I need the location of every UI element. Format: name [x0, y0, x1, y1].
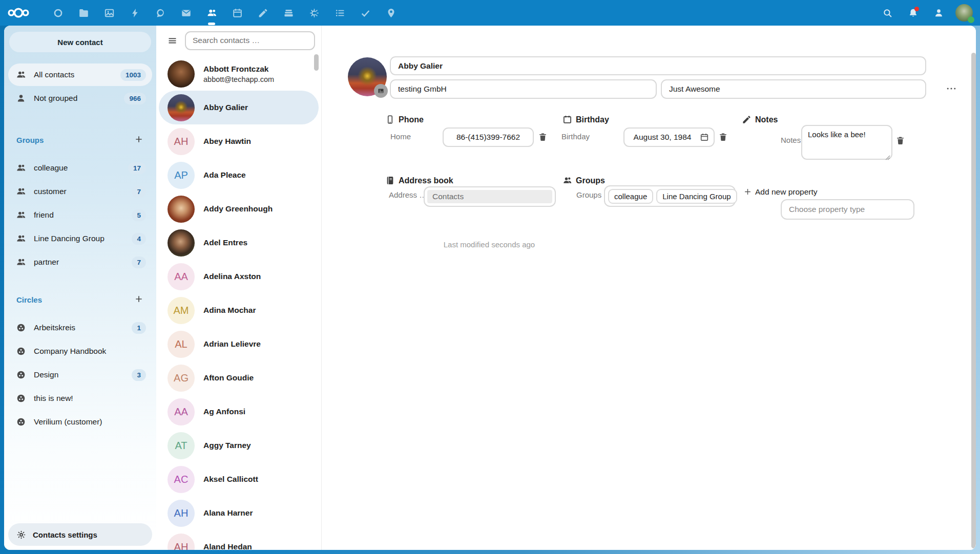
contact-list-item[interactable]: ACAksel Callicott: [159, 462, 319, 496]
addressbook-section-header: Address book: [385, 176, 453, 185]
contact-avatar: AH: [168, 534, 195, 550]
contact-list-item[interactable]: AHAlana Harner: [159, 496, 319, 530]
circle-icon: [16, 417, 26, 427]
list-menu-icon[interactable]: [163, 32, 181, 49]
edit-photo-button[interactable]: [374, 84, 388, 98]
add-new-property-button[interactable]: Add new property: [743, 187, 818, 197]
new-contact-button[interactable]: New contact: [9, 32, 151, 52]
display-name-input[interactable]: [390, 56, 926, 75]
contact-name: Ada Pleace: [203, 170, 246, 180]
search-icon[interactable]: [874, 0, 900, 26]
count-badge: 3: [132, 369, 146, 381]
contact-name: Adelina Axston: [203, 271, 261, 281]
sidebar-item-customer[interactable]: customer7: [8, 180, 152, 203]
app-mail-icon[interactable]: [173, 0, 199, 26]
notifications-icon[interactable]: [900, 0, 926, 26]
contact-list-item[interactable]: Adel Entres: [159, 226, 319, 260]
contact-list-item[interactable]: Addy Greenhough: [159, 192, 319, 226]
contact-list-item[interactable]: AGAfton Goudie: [159, 361, 319, 395]
add-groups-icon[interactable]: [134, 134, 145, 145]
sidebar-item-company-handbook[interactable]: Company Handbook: [8, 340, 152, 363]
groups-select[interactable]: colleagueLine Dancing Group: [604, 185, 736, 207]
sidebar-item-label: colleague: [34, 163, 68, 173]
sidebar-item-not-grouped[interactable]: Not grouped966: [8, 87, 152, 110]
contact-avatar: [168, 229, 195, 257]
sidebar-item-this-is-new-[interactable]: this is new!: [8, 387, 152, 410]
contact-name: Adina Mochar: [203, 305, 256, 315]
search-contacts-input[interactable]: [185, 31, 315, 50]
circle-icon: [16, 370, 26, 380]
delete-notes-icon[interactable]: [895, 136, 905, 145]
people-icon: [562, 176, 572, 185]
sidebar-item-line-dancing-group[interactable]: Line Dancing Group4: [8, 227, 152, 250]
organisation-input[interactable]: [390, 79, 657, 99]
job-title-input[interactable]: [661, 79, 926, 99]
phone-type-label[interactable]: Home: [390, 132, 411, 141]
contacts-settings-button[interactable]: Contacts settings: [8, 523, 152, 546]
sidebar-item-colleague[interactable]: colleague17: [8, 157, 152, 179]
avatar[interactable]: [955, 4, 973, 22]
group-tag[interactable]: Line Dancing Group: [656, 189, 737, 204]
sidebar-item-partner[interactable]: partner7: [8, 251, 152, 273]
birthday-value-input[interactable]: [623, 127, 715, 147]
app-maps-icon[interactable]: [378, 0, 404, 26]
sidebar-item-all-contacts[interactable]: All contacts1003: [8, 63, 152, 86]
app-tasks-icon[interactable]: [352, 0, 378, 26]
contact-list-item[interactable]: AHAbey Hawtin: [159, 124, 319, 158]
addressbook-select[interactable]: Contacts: [424, 186, 556, 207]
list-scrollbar[interactable]: [314, 54, 319, 71]
contact-list-item[interactable]: AAAdelina Axston: [159, 260, 319, 293]
app-calendar-icon[interactable]: [224, 0, 250, 26]
contact-list-item[interactable]: Abby Galier: [159, 91, 319, 124]
groups-section-header: Groups: [562, 176, 605, 185]
people-icon: [16, 233, 26, 244]
birthday-type-label[interactable]: Birthday: [561, 132, 590, 141]
contact-list-item[interactable]: Abbott Frontczakabbott@techapp.com: [159, 57, 319, 91]
sidebar-item-label: partner: [34, 258, 59, 267]
user-menu[interactable]: [951, 0, 977, 26]
nextcloud-logo-icon[interactable]: [0, 0, 37, 26]
contacts-menu-icon[interactable]: [926, 0, 951, 26]
app-notes-icon[interactable]: [250, 0, 276, 26]
topbar: [0, 0, 980, 26]
contact-list-item[interactable]: ALAdrian Lelievre: [159, 327, 319, 361]
contact-name: Aland Hedan: [203, 542, 252, 550]
sidebar-item-label: Not grouped: [34, 94, 77, 103]
contact-list-item[interactable]: AHAland Hedan: [159, 530, 319, 550]
contact-list-item[interactable]: ATAggy Tarney: [159, 429, 319, 462]
app-talk-icon[interactable]: [148, 0, 173, 26]
app-activity-icon[interactable]: [122, 0, 148, 26]
app-contacts-icon[interactable]: [199, 0, 224, 26]
add-circles-icon[interactable]: [134, 294, 145, 305]
count-badge: 17: [128, 162, 146, 174]
choose-property-type-select[interactable]: Choose property type: [781, 199, 914, 220]
delete-phone-icon[interactable]: [538, 132, 548, 142]
app-tasks-list-icon[interactable]: [327, 0, 352, 26]
app-files-icon[interactable]: [71, 0, 96, 26]
contact-list-item[interactable]: APAda Pleace: [159, 158, 319, 192]
contact-list-item[interactable]: AAAg Anfonsi: [159, 395, 319, 429]
sidebar-item-arbeitskreis[interactable]: Arbeitskreis1: [8, 316, 152, 339]
app-dashboard-icon[interactable]: [45, 0, 71, 26]
contact-name: Afton Goudie: [203, 373, 254, 382]
group-tag[interactable]: colleague: [608, 189, 653, 204]
app-deck-icon[interactable]: [276, 0, 301, 26]
phone-value-input[interactable]: [443, 127, 534, 147]
sidebar-item-label: Arbeitskreis: [34, 323, 75, 332]
section-header-circles: Circles: [16, 294, 145, 305]
page-scrollbar[interactable]: [971, 53, 976, 548]
people-icon: [16, 70, 26, 80]
actions-menu-icon[interactable]: [943, 80, 960, 97]
contact-avatar: AP: [168, 162, 195, 189]
app-collectives-icon[interactable]: [301, 0, 327, 26]
notes-textarea[interactable]: [801, 125, 892, 160]
groups-type-label: Groups: [576, 190, 601, 199]
app-photos-icon[interactable]: [96, 0, 122, 26]
sidebar-item-design[interactable]: Design3: [8, 364, 152, 386]
contact-list-item[interactable]: AMAdina Mochar: [159, 293, 319, 327]
sidebar-item-verilium-customer-[interactable]: Verilium (customer): [8, 411, 152, 433]
resize-handle[interactable]: [885, 153, 890, 158]
delete-birthday-icon[interactable]: [718, 132, 728, 142]
contact-avatar: AH: [168, 128, 195, 155]
sidebar-item-friend[interactable]: friend5: [8, 204, 152, 226]
